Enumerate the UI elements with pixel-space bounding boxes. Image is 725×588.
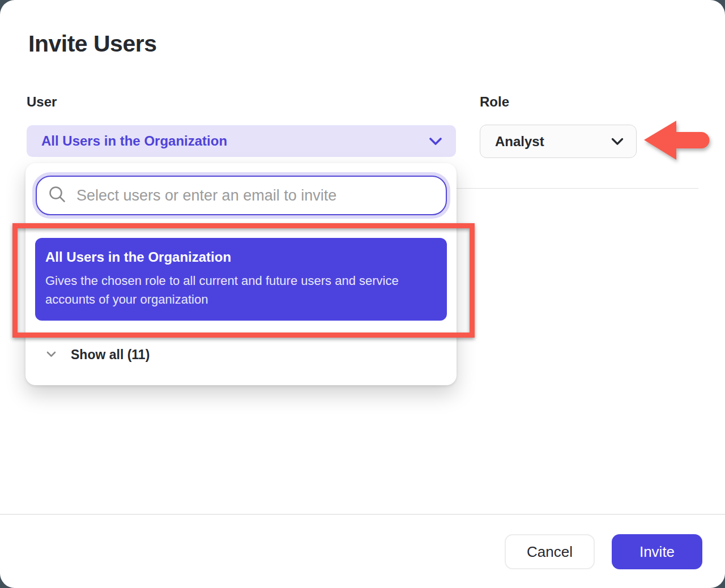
- role-select-value: Analyst: [495, 134, 544, 150]
- role-field-label: Role: [480, 94, 509, 110]
- option-title: All Users in the Organization: [45, 249, 437, 265]
- user-dropdown-panel: All Users in the Organization Gives the …: [25, 163, 457, 385]
- invite-users-modal: Invite Users User Role All Users in the …: [0, 0, 725, 588]
- option-all-users[interactable]: All Users in the Organization Gives the …: [35, 238, 447, 321]
- search-icon: [48, 185, 66, 206]
- red-arrow-annotation: [641, 115, 713, 165]
- option-description: Gives the chosen role to all current and…: [45, 271, 435, 309]
- user-field-label: User: [27, 94, 57, 110]
- user-search-input[interactable]: [75, 186, 434, 205]
- cancel-button[interactable]: Cancel: [505, 534, 595, 569]
- user-select-value: All Users in the Organization: [41, 133, 227, 149]
- show-all-toggle[interactable]: Show all (11): [35, 342, 150, 367]
- show-all-label: Show all (11): [71, 347, 150, 363]
- footer-divider: [0, 514, 725, 515]
- user-search-box: [36, 176, 447, 215]
- chevron-down-icon: [611, 138, 624, 146]
- user-select-trigger[interactable]: All Users in the Organization: [27, 125, 456, 157]
- chevron-down-icon: [429, 137, 442, 146]
- role-select[interactable]: Analyst: [480, 125, 637, 158]
- invite-button[interactable]: Invite: [612, 534, 702, 569]
- page-title: Invite Users: [28, 31, 156, 57]
- chevron-down-icon: [46, 350, 56, 360]
